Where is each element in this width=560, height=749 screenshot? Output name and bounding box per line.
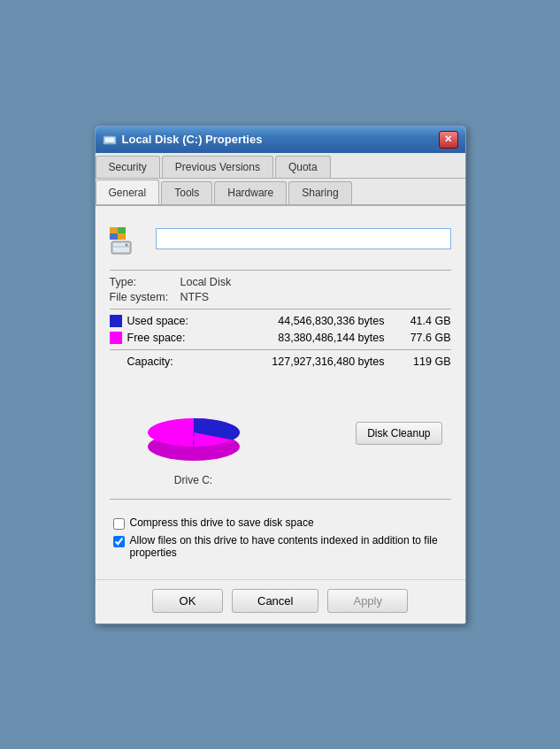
tab-sharing[interactable]: Sharing <box>288 181 351 204</box>
drive-icon <box>110 220 147 257</box>
cancel-button[interactable]: Cancel <box>232 589 318 613</box>
svg-rect-6 <box>118 227 126 233</box>
used-color-box <box>110 315 122 327</box>
close-button[interactable]: ✕ <box>439 131 458 149</box>
divider-1 <box>110 270 451 271</box>
filesystem-value: NTFS <box>180 291 210 303</box>
divider-3 <box>110 349 451 350</box>
svg-point-3 <box>109 142 111 144</box>
tab-hardware[interactable]: Hardware <box>214 181 287 204</box>
title-bar: Local Disk (C:) Properties ✕ <box>96 126 465 153</box>
capacity-row: Capacity: 127,927,316,480 bytes 119 GB <box>110 355 451 368</box>
tabs-row2: General Tools Hardware Sharing <box>96 179 465 206</box>
tab-previous-versions[interactable]: Previous Versions <box>162 156 273 178</box>
checkboxes-section: Compress this drive to save disk space A… <box>110 505 451 570</box>
divider-2 <box>110 309 451 310</box>
tab-general[interactable]: General <box>96 180 160 204</box>
index-checkbox-row: Allow files on this drive to have conten… <box>113 534 448 559</box>
drive-name-input[interactable] <box>156 228 451 249</box>
svg-rect-5 <box>110 227 118 233</box>
svg-rect-7 <box>110 233 118 240</box>
free-bytes: 83,380,486,144 bytes <box>198 332 403 344</box>
pie-chart <box>136 381 251 470</box>
filesystem-row: File system: NTFS <box>110 291 451 303</box>
used-bytes: 44,546,830,336 bytes <box>198 315 403 327</box>
apply-button[interactable]: Apply <box>327 589 408 613</box>
capacity-label: Capacity: <box>127 355 198 368</box>
content-area: Type: Local Disk File system: NTFS Used … <box>96 206 465 579</box>
svg-rect-8 <box>118 233 126 240</box>
type-row: Type: Local Disk <box>110 276 451 288</box>
properties-window: Local Disk (C:) Properties ✕ Security Pr… <box>95 126 466 624</box>
compress-checkbox[interactable] <box>113 518 125 530</box>
index-checkbox[interactable] <box>113 536 125 547</box>
compress-checkbox-row: Compress this drive to save disk space <box>113 516 448 530</box>
title-bar-left: Local Disk (C:) Properties <box>103 133 263 147</box>
svg-rect-1 <box>105 138 114 142</box>
free-color-box <box>110 332 122 344</box>
used-space-row: Used space: 44,546,830,336 bytes 41.4 GB <box>110 315 451 327</box>
window-icon <box>103 133 117 147</box>
tab-quota[interactable]: Quota <box>275 156 331 178</box>
ok-button[interactable]: OK <box>152 589 223 613</box>
index-label: Allow files on this drive to have conten… <box>130 534 448 559</box>
drive-header <box>110 215 451 264</box>
title-bar-controls: ✕ <box>439 131 458 149</box>
tabs-row1: Security Previous Versions Quota <box>96 153 465 179</box>
tab-tools[interactable]: Tools <box>161 181 212 204</box>
pie-section: Drive C: Disk Cleanup <box>110 372 451 493</box>
pie-label: Drive C: <box>174 474 212 486</box>
disk-cleanup-button[interactable]: Disk Cleanup <box>356 422 441 445</box>
capacity-gb: 119 GB <box>403 355 451 368</box>
free-gb: 77.6 GB <box>403 332 451 344</box>
svg-point-12 <box>125 243 127 246</box>
tab-security[interactable]: Security <box>96 156 160 178</box>
type-value: Local Disk <box>180 276 232 288</box>
used-gb: 41.4 GB <box>403 315 451 327</box>
window-title: Local Disk (C:) Properties <box>122 133 263 146</box>
free-space-row: Free space: 83,380,486,144 bytes 77.6 GB <box>110 332 451 344</box>
bottom-buttons: OK Cancel Apply <box>96 579 465 623</box>
free-label: Free space: <box>127 332 198 344</box>
divider-4 <box>110 499 451 500</box>
pie-container: Drive C: <box>136 381 251 486</box>
type-label: Type: <box>110 276 180 288</box>
compress-label: Compress this drive to save disk space <box>130 516 314 529</box>
used-label: Used space: <box>127 315 198 327</box>
filesystem-label: File system: <box>110 291 180 303</box>
capacity-bytes: 127,927,316,480 bytes <box>198 355 403 368</box>
